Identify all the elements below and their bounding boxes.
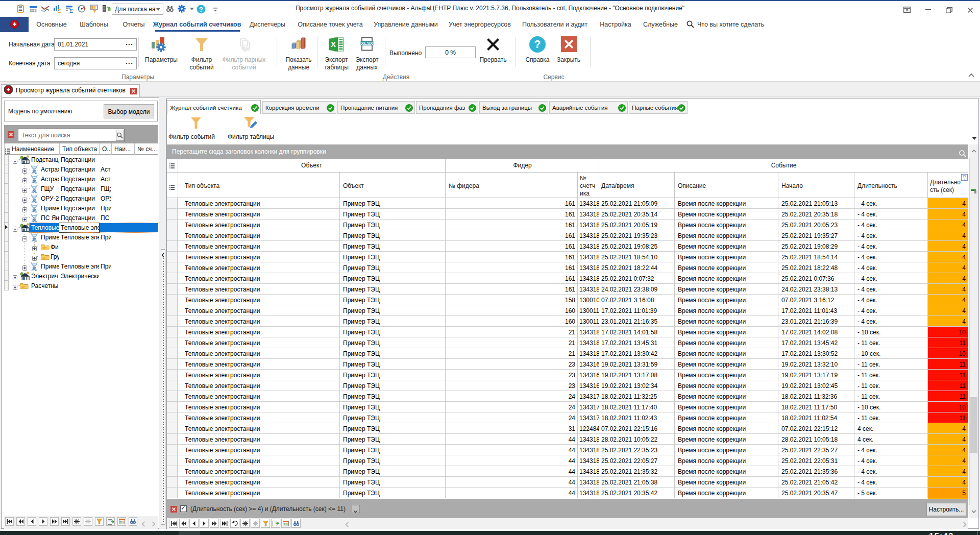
svg-text:?: ? [199, 6, 203, 13]
svg-text:Σ: Σ [69, 8, 73, 13]
svg-text:X: X [331, 40, 336, 48]
svg-text:?: ? [534, 38, 541, 51]
svg-text:XLSX: XLSX [361, 41, 373, 46]
svg-text:Σ: Σ [58, 8, 61, 13]
